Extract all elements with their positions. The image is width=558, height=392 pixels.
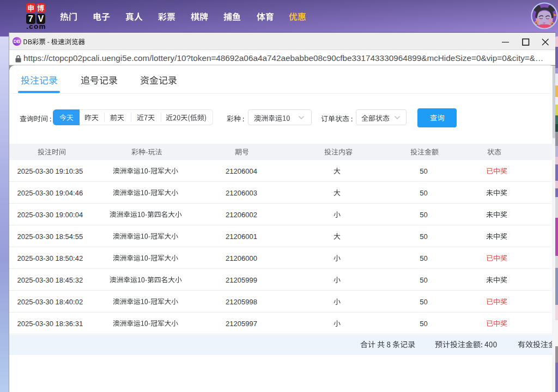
svg-text:DB: DB <box>14 39 20 44</box>
